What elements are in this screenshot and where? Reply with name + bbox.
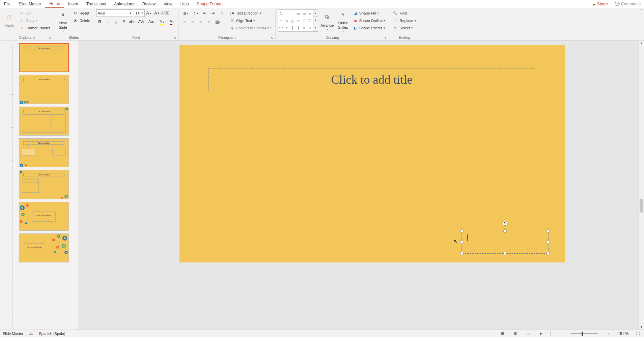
- shape-connector-elbow[interactable]: ⌐: [278, 17, 284, 24]
- columns-button[interactable]: ▥▾: [213, 18, 223, 26]
- resize-handle-tl[interactable]: [460, 229, 464, 233]
- line-spacing-button[interactable]: ↕▾: [217, 9, 227, 17]
- shape-freeform[interactable]: ✧: [284, 24, 289, 31]
- highlight-button[interactable]: ✎▾: [157, 18, 166, 26]
- shape-star[interactable]: ☆: [301, 24, 307, 31]
- tab-shape-format[interactable]: Shape Format: [193, 0, 227, 8]
- decrease-indent-button[interactable]: ⇤: [201, 9, 208, 17]
- text-direction-button[interactable]: ↕AText Direction: [228, 9, 273, 17]
- shape-brace-l[interactable]: {: [290, 24, 295, 31]
- slide-thumbnails-panel[interactable]: Click to add title Click to add title Cl…: [0, 40, 78, 330]
- shapes-scroll-up[interactable]: ▲: [313, 10, 318, 17]
- tab-animations[interactable]: Animations: [110, 0, 138, 8]
- comments-button[interactable]: 💬Comments: [611, 0, 644, 8]
- spellcheck-icon[interactable]: 📖: [29, 331, 33, 336]
- strike-button[interactable]: S: [120, 18, 128, 26]
- convert-smartart-button[interactable]: ◈Convert to SmartArt: [228, 24, 273, 32]
- slide-thumbnail-5[interactable]: Click to add title: [19, 170, 69, 199]
- shape-brace-r[interactable]: }: [296, 24, 301, 31]
- increase-indent-button[interactable]: ⇥: [209, 9, 217, 17]
- shape-fill-button[interactable]: ◢Shape Fill: [351, 9, 387, 17]
- align-right-button[interactable]: ≡: [197, 18, 204, 26]
- change-case-button[interactable]: Aa▾: [147, 18, 156, 26]
- title-placeholder[interactable]: Click to add title: [208, 68, 535, 91]
- quick-styles-button[interactable]: ✎ Quick Styles▾: [336, 9, 350, 33]
- tab-help[interactable]: Help: [176, 0, 193, 8]
- paragraph-launcher[interactable]: ⬊: [271, 36, 273, 39]
- tab-transitions[interactable]: Transitions: [82, 0, 110, 8]
- scroll-down-button[interactable]: ▼: [639, 324, 644, 330]
- numbering-button[interactable]: ⒈▾: [191, 9, 200, 17]
- shape-action[interactable]: ▷: [307, 24, 313, 31]
- underline-button[interactable]: U: [112, 18, 120, 26]
- slide-thumbnail-4[interactable]: Click to add title: [19, 138, 69, 167]
- resize-handle-ml[interactable]: [460, 241, 464, 244]
- align-text-button[interactable]: ⊟Align Text: [228, 17, 273, 24]
- font-color-button[interactable]: A▾: [167, 18, 176, 26]
- shape-line[interactable]: ╲: [278, 10, 284, 17]
- rotate-handle[interactable]: ↻: [503, 221, 507, 226]
- shapes-scroll-down[interactable]: ▼: [313, 17, 318, 24]
- align-center-button[interactable]: ≡: [189, 18, 196, 26]
- shape-effects-button[interactable]: ◐Shape Effects: [351, 24, 387, 32]
- slide-thumbnail-2[interactable]: Click to add title: [19, 75, 69, 104]
- font-size-input[interactable]: 14▾: [134, 9, 145, 17]
- slide-thumbnail-1[interactable]: Click to add title: [19, 43, 69, 72]
- view-slideshow-button[interactable]: ▶: [537, 331, 545, 337]
- zoom-in-button[interactable]: +: [605, 331, 613, 337]
- resize-handle-tm[interactable]: [503, 229, 507, 233]
- tab-view[interactable]: View: [160, 0, 176, 8]
- view-sorter-button[interactable]: ⊞: [512, 331, 519, 337]
- slide-thumbnail-3[interactable]: Click to add title: [19, 107, 69, 136]
- selected-textbox[interactable]: ↻: [461, 231, 549, 254]
- resize-handle-mr[interactable]: [547, 241, 550, 244]
- find-button[interactable]: 🔍Find: [391, 9, 417, 17]
- zoom-out-button[interactable]: −: [556, 331, 563, 337]
- tab-review[interactable]: Review: [138, 0, 160, 8]
- bold-button[interactable]: B: [96, 18, 104, 26]
- tab-home[interactable]: Home: [45, 0, 64, 8]
- copy-button[interactable]: ⿻Copy: [18, 17, 52, 24]
- char-spacing-button[interactable]: AV▾: [137, 18, 146, 26]
- resize-handle-tr[interactable]: [547, 229, 550, 233]
- shape-rect[interactable]: ▭: [296, 10, 301, 17]
- view-reading-button[interactable]: ▭: [525, 331, 532, 337]
- shapes-scroll-more[interactable]: ▾: [313, 24, 318, 31]
- share-button[interactable]: ☁Share: [588, 0, 611, 8]
- shadow-button[interactable]: abc: [129, 18, 136, 26]
- editor-vertical-scrollbar[interactable]: ▲ ▼: [639, 40, 644, 330]
- delete-button[interactable]: ✖Delete: [72, 17, 92, 24]
- zoom-slider[interactable]: [571, 333, 598, 334]
- increase-font-button[interactable]: A▲: [145, 9, 153, 17]
- fit-to-window-button[interactable]: ⛶: [634, 331, 641, 337]
- status-language[interactable]: Spanish (Spain): [39, 332, 65, 336]
- align-justify-button[interactable]: ≡: [205, 18, 213, 26]
- bullets-button[interactable]: ≣▾: [181, 9, 190, 17]
- shape-callout[interactable]: ☐: [307, 17, 313, 24]
- shape-arrow[interactable]: →: [284, 10, 289, 17]
- shape-curve[interactable]: 〰: [278, 24, 284, 31]
- italic-button[interactable]: I: [104, 18, 112, 26]
- align-left-button[interactable]: ≡: [181, 18, 188, 26]
- slide-thumbnail-6[interactable]: Click to add subtitle: [19, 202, 69, 231]
- shape-line2[interactable]: —: [290, 10, 295, 17]
- shapes-gallery-scroll[interactable]: ▲ ▼ ▾: [313, 9, 318, 32]
- format-painter-button[interactable]: ✓Format Painter: [18, 24, 52, 32]
- select-button[interactable]: ↖Select: [391, 24, 417, 32]
- shape-hexagon[interactable]: ⬡: [301, 17, 307, 24]
- resize-handle-bm[interactable]: [503, 252, 507, 255]
- drawing-launcher[interactable]: ⬊: [384, 36, 387, 39]
- shape-connector-curved[interactable]: ∿: [284, 17, 289, 24]
- font-launcher[interactable]: ⬊: [174, 36, 176, 39]
- scroll-up-button[interactable]: ▲: [639, 40, 644, 46]
- clipboard-launcher[interactable]: ⬊: [49, 36, 52, 39]
- shape-oval[interactable]: ○: [307, 10, 313, 17]
- shape-outline-button[interactable]: ▭Shape Outline: [351, 17, 387, 24]
- slide-thumbnail-7[interactable]: Click to add subtitle: [19, 233, 69, 262]
- tab-file[interactable]: File: [0, 0, 15, 8]
- tab-insert[interactable]: Insert: [64, 0, 82, 8]
- resize-handle-bl[interactable]: [460, 252, 464, 255]
- font-name-input[interactable]: Arial▾: [96, 9, 133, 17]
- slide-editor[interactable]: Click to add title ↻ ↖ ▲ ▼: [78, 40, 644, 330]
- view-normal-button[interactable]: ▦: [499, 331, 506, 337]
